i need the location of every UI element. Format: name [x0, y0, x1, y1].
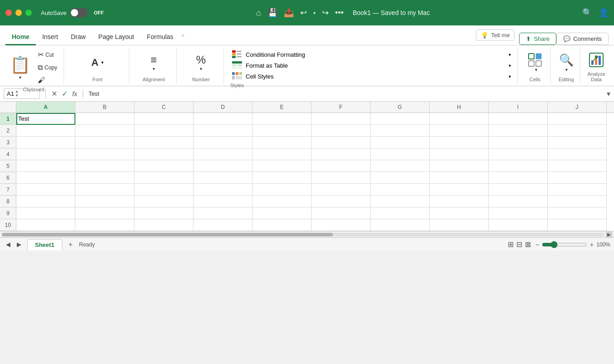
- cell-A6[interactable]: [16, 172, 75, 184]
- col-header-I[interactable]: I: [489, 102, 548, 113]
- paste-dropdown[interactable]: ▾: [19, 75, 21, 80]
- cell-C9[interactable]: [134, 207, 193, 219]
- cell-I5[interactable]: [489, 160, 548, 172]
- cell-D8[interactable]: [193, 196, 253, 207]
- tab-formulas[interactable]: Formulas: [140, 30, 179, 45]
- scrollbar-track[interactable]: [2, 233, 604, 236]
- col-header-F[interactable]: F: [312, 102, 371, 113]
- cell-E4[interactable]: [253, 148, 312, 160]
- cell-I4[interactable]: [489, 148, 548, 160]
- cell-A10[interactable]: [16, 219, 75, 231]
- cell-F5[interactable]: [312, 160, 371, 172]
- more-icon[interactable]: •••: [335, 8, 344, 18]
- cell-A5[interactable]: [16, 160, 75, 172]
- cell-H9[interactable]: [430, 207, 489, 219]
- cell-J10[interactable]: [548, 219, 607, 231]
- cell-C6[interactable]: [134, 172, 193, 184]
- cell-G8[interactable]: [371, 196, 430, 207]
- cell-H3[interactable]: [430, 137, 489, 148]
- cell-G3[interactable]: [371, 137, 430, 148]
- cell-J2[interactable]: [548, 125, 607, 137]
- undo-dropdown-icon[interactable]: ▾: [313, 10, 316, 15]
- share-button[interactable]: ⬆ Share: [519, 33, 556, 45]
- cell-E9[interactable]: [253, 207, 312, 219]
- cell-H10[interactable]: [430, 219, 489, 231]
- cell-J1[interactable]: [548, 113, 607, 125]
- tab-page-layout[interactable]: Page Layout: [92, 30, 141, 45]
- cell-J3[interactable]: [548, 137, 607, 148]
- col-header-B[interactable]: B: [75, 102, 134, 113]
- cell-E7[interactable]: [253, 184, 312, 196]
- undo-icon[interactable]: ↩: [300, 8, 307, 18]
- cell-F1[interactable]: [312, 113, 371, 125]
- add-sheet-button[interactable]: +: [66, 240, 75, 250]
- cell-H8[interactable]: [430, 196, 489, 207]
- paste-button[interactable]: 📋 ▾: [7, 54, 33, 81]
- cell-I8[interactable]: [489, 196, 548, 207]
- cell-I9[interactable]: [489, 207, 548, 219]
- cell-F8[interactable]: [312, 196, 371, 207]
- cell-J6[interactable]: [548, 172, 607, 184]
- row-header-5[interactable]: 5: [0, 160, 16, 172]
- cell-C4[interactable]: [134, 148, 193, 160]
- row-header-10[interactable]: 10: [0, 219, 16, 231]
- tab-insert[interactable]: Insert: [36, 30, 64, 45]
- cell-F6[interactable]: [312, 172, 371, 184]
- cell-A3[interactable]: [16, 137, 75, 148]
- scrollbar-right-btn[interactable]: ▶: [606, 231, 612, 238]
- cell-B2[interactable]: [75, 125, 134, 137]
- cell-J9[interactable]: [548, 207, 607, 219]
- format-as-table-dropdown[interactable]: ▾: [509, 63, 511, 68]
- row-header-8[interactable]: 8: [0, 196, 16, 207]
- cell-C7[interactable]: [134, 184, 193, 196]
- cell-E3[interactable]: [253, 137, 312, 148]
- cell-G7[interactable]: [371, 184, 430, 196]
- confirm-formula-button[interactable]: ✓: [62, 89, 68, 98]
- name-box[interactable]: A1 ▲ ▼: [4, 89, 40, 99]
- cell-D7[interactable]: [193, 184, 253, 196]
- zoom-in-button[interactable]: +: [590, 241, 594, 248]
- cell-G6[interactable]: [371, 172, 430, 184]
- prev-sheet-button[interactable]: ◀: [4, 240, 13, 249]
- row-header-6[interactable]: 6: [0, 172, 16, 184]
- cell-I2[interactable]: [489, 125, 548, 137]
- alignment-button[interactable]: ≡ ▾: [145, 52, 163, 73]
- col-header-C[interactable]: C: [134, 102, 193, 113]
- alignment-dropdown[interactable]: ▾: [153, 66, 155, 71]
- cut-button[interactable]: ✂ Cut: [35, 49, 60, 60]
- cell-E5[interactable]: [253, 160, 312, 172]
- cell-D6[interactable]: [193, 172, 253, 184]
- cloud-save-icon[interactable]: 📤: [284, 8, 294, 18]
- page-layout-view-button[interactable]: ⊟: [516, 240, 522, 249]
- tab-draw[interactable]: Draw: [64, 30, 92, 45]
- cell-A7[interactable]: [16, 184, 75, 196]
- next-sheet-button[interactable]: ▶: [15, 240, 24, 249]
- cell-styles-dropdown[interactable]: ▾: [509, 74, 511, 79]
- cell-E10[interactable]: [253, 219, 312, 231]
- number-button[interactable]: % ▾: [192, 52, 210, 73]
- cancel-formula-button[interactable]: ✕: [51, 89, 57, 98]
- cell-B9[interactable]: [75, 207, 134, 219]
- cell-C8[interactable]: [134, 196, 193, 207]
- col-header-J[interactable]: J: [548, 102, 607, 113]
- cell-J8[interactable]: [548, 196, 607, 207]
- cell-C2[interactable]: [134, 125, 193, 137]
- cell-G5[interactable]: [371, 160, 430, 172]
- cell-B5[interactable]: [75, 160, 134, 172]
- col-header-H[interactable]: H: [430, 102, 489, 113]
- fullscreen-button[interactable]: [25, 10, 32, 16]
- cell-I6[interactable]: [489, 172, 548, 184]
- tell-me-box[interactable]: 💡 Tell me: [476, 30, 515, 41]
- cell-F10[interactable]: [312, 219, 371, 231]
- cell-H2[interactable]: [430, 125, 489, 137]
- number-dropdown[interactable]: ▾: [200, 66, 202, 71]
- cell-H6[interactable]: [430, 172, 489, 184]
- autosave-toggle[interactable]: [70, 8, 88, 17]
- row-header-4[interactable]: 4: [0, 148, 16, 160]
- cell-D3[interactable]: [193, 137, 253, 148]
- cell-D5[interactable]: [193, 160, 253, 172]
- cell-F7[interactable]: [312, 184, 371, 196]
- row-header-7[interactable]: 7: [0, 184, 16, 196]
- cell-G4[interactable]: [371, 148, 430, 160]
- cell-I3[interactable]: [489, 137, 548, 148]
